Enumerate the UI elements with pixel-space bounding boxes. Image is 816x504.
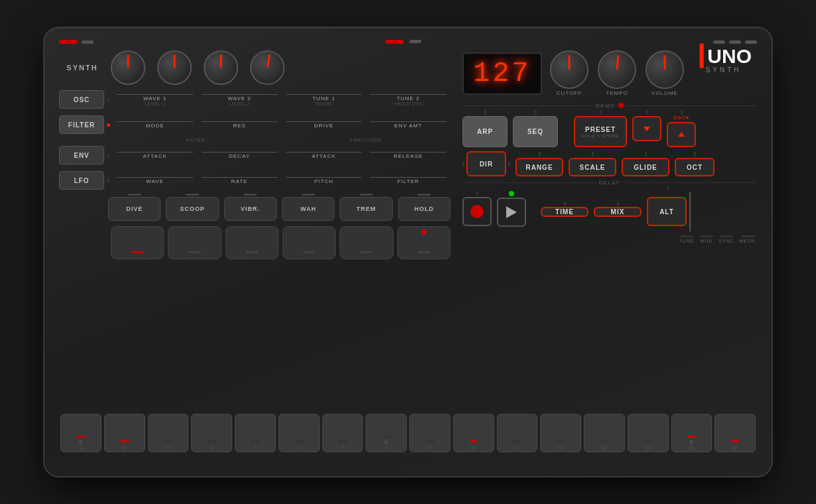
dir-group: DIR [462,151,510,176]
top-led-red-1 [59,40,78,44]
step-pad-14[interactable]: 14 [628,414,669,452]
step-led-2 [120,440,129,442]
param-line [117,152,193,153]
vibr-button[interactable]: VIBR. [224,197,277,221]
pad-2[interactable] [168,226,221,259]
lfo-rate-label: RATE [232,178,248,184]
preset-button[interactable]: PRESET HOLD > STORE [574,116,627,147]
filter-param-res: RES [197,121,281,129]
top-led-small-4 [729,40,741,44]
pad-1[interactable] [111,226,164,259]
pad-4[interactable] [283,226,336,259]
scale-button[interactable]: SCALE [569,158,616,176]
step-pad-11[interactable]: 11 [497,414,538,452]
wave1-label: WAVE 1 [143,95,167,101]
wah-button[interactable]: WAH [282,197,334,221]
filter-subheader: FILTER [111,138,281,143]
lfo-button[interactable]: LFO [59,171,104,190]
param-line [370,152,446,153]
filter-button[interactable]: FILTER [59,115,104,134]
seq-indicator [535,109,537,115]
step-pad-10[interactable]: 10 [453,414,494,452]
mode-label: MODE [146,123,165,129]
scoop-button[interactable]: SCOOP [166,197,218,221]
controls-section: DEMO ARP SEQ [462,103,757,409]
step-number-4: 4 [210,446,213,450]
oct-button[interactable]: OCT [675,158,714,176]
tune-ctrl: TUNE [679,235,695,243]
knob-tune1-control[interactable] [204,50,238,85]
step-pad-12[interactable]: 12 [540,414,581,452]
step-led-4 [207,440,216,442]
alt-button[interactable]: ALT [647,197,687,226]
data-down-indicator [646,109,648,115]
lfo-param-wave: WAVE [113,176,197,184]
dir-indicator-left [462,161,464,166]
top-center-indicators [385,40,421,44]
preset-indicator [600,109,602,115]
record-button[interactable] [462,197,492,226]
pad-hold-led [418,251,430,253]
right-panel: 127 CUTOFF TEMPO VOLUME [450,50,757,409]
left-panel: SYNTH OSC [59,50,450,409]
dive-button[interactable]: DIVE [108,197,161,221]
data-up-indicator [681,109,683,115]
play-button[interactable] [497,198,526,227]
glide-button[interactable]: GLIDE [622,158,669,176]
pad-5[interactable] [340,226,393,259]
delay-header: DELAY [462,180,757,185]
data-up-button[interactable] [667,122,696,147]
volume-knob[interactable] [646,50,684,89]
pad-3[interactable] [226,226,279,259]
cutoff-label: CUTOFF [557,90,582,96]
step-pad-15[interactable]: C 15 [671,414,713,452]
knob-tune2-control[interactable] [247,48,287,88]
pad-5-led [360,251,372,253]
step-pad-8[interactable]: C 8 [366,414,407,452]
env-params: ATTACK DECAY ATTACK RELEASE [113,151,450,159]
arrow-down-icon [642,124,651,133]
time-button[interactable]: TIME [541,207,588,217]
range-button[interactable]: RANGE [515,158,563,176]
step-pad-9[interactable]: 9 [409,414,450,452]
data-down-button[interactable] [632,116,661,141]
trem-button[interactable]: TREM [340,197,392,221]
pad-hold[interactable] [397,226,450,259]
filter-indicator [107,123,110,127]
knob-wave1-control[interactable] [111,50,145,85]
filter-param-drive: DRIVE [282,121,366,129]
sync-ctrl: SYNC [718,235,734,243]
arp-button[interactable]: ARP [462,116,508,147]
data-text-label: DATA [673,115,689,121]
step-led-9 [425,440,435,442]
step-pad-5[interactable]: 5 [235,414,276,452]
env-button[interactable]: ENV [59,146,104,164]
lfo-param-rate: RATE [197,176,281,184]
param-line [202,152,278,153]
step-pad-7[interactable]: 7 [322,414,364,452]
step-pad-16[interactable]: 16 [714,414,756,452]
step-led-12 [556,440,565,442]
pad-3-led [246,251,258,253]
knob-wave1 [111,50,145,85]
dir-button[interactable]: DIR [466,151,506,176]
svg-marker-0 [644,127,650,131]
demo-led [618,103,624,108]
step-pad-2[interactable]: 2 [104,414,145,452]
step-pad-4[interactable]: 4 [191,414,232,452]
seq-button[interactable]: SEQ [513,116,558,147]
hold-button[interactable]: HOLD [398,197,450,221]
step-led-11 [512,440,521,442]
alt-with-line: ALT [647,192,691,231]
step-pad-3[interactable]: 3 [148,414,189,452]
knob-wave2-control[interactable] [157,50,192,85]
step-pad-1[interactable]: C 1 [60,414,102,452]
sync-ctrl-label: SYNC [718,239,734,243]
cutoff-knob[interactable] [550,50,588,89]
param-line [286,121,362,122]
mix-button[interactable]: MIX [594,207,642,217]
osc-button[interactable]: OSC [59,90,104,109]
step-pad-13[interactable]: 13 [584,414,625,452]
step-pad-6[interactable]: 6 [279,414,320,452]
tempo-knob[interactable] [596,49,638,91]
